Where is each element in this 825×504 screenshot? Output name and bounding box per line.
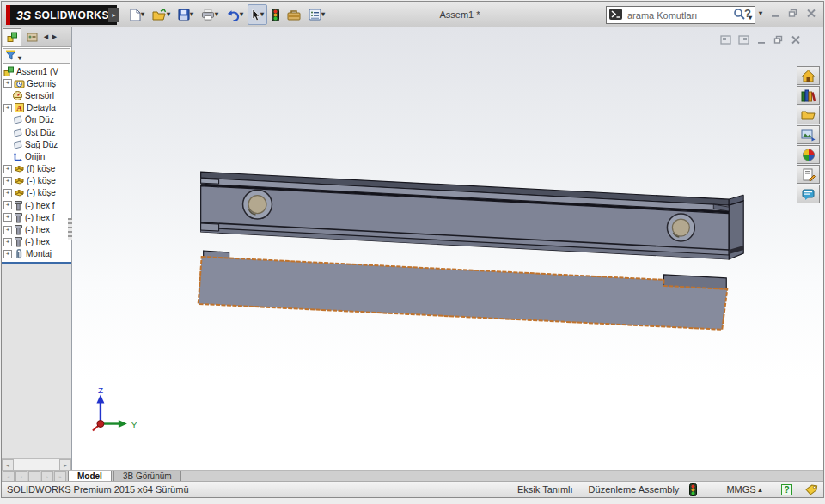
logo-mark: 3S (16, 9, 31, 22)
tree-item-label: (-) hex f (25, 201, 54, 210)
search-input[interactable] (626, 9, 730, 21)
expand-icon[interactable]: + (3, 165, 12, 173)
tree-item-label: Ön Düz (25, 115, 54, 124)
units-caret-icon[interactable]: ▴ (759, 486, 762, 494)
cursor-icon (251, 9, 260, 21)
document-tab-row: « ‹ · › » Model 3B Görünüm (2, 470, 823, 482)
mates-icon (14, 248, 24, 259)
bolt-left[interactable] (243, 190, 272, 219)
dropdown-caret-icon[interactable]: ▾ (260, 11, 264, 18)
featuremanager-tab[interactable] (3, 28, 21, 46)
tree-item-part-hex-3[interactable]: +(-) hex (2, 223, 71, 235)
orientation-triad: Z Y (93, 386, 138, 431)
svg-text:A: A (16, 104, 22, 112)
tree-item-mates[interactable]: +Montaj (2, 248, 71, 260)
minimize-button[interactable] (770, 9, 780, 18)
status-tag-icon[interactable] (804, 483, 818, 495)
custom-properties-button[interactable] (797, 165, 820, 184)
origin-icon (12, 151, 23, 162)
panel-tab-right-icon[interactable]: ▶ (51, 30, 58, 44)
help-dropdown-button[interactable]: ▾ (759, 10, 762, 17)
expand-icon[interactable]: + (3, 79, 12, 88)
tree-item-part-hex-2[interactable]: +(-) hex f (2, 211, 71, 223)
status-help-icon[interactable]: ? (781, 484, 792, 495)
tree-item-part-kose-2[interactable]: +(-) köşe (2, 187, 71, 199)
tree-item-label: Assem1 (V (16, 67, 58, 76)
tree-filter[interactable]: ▾ (3, 48, 70, 64)
traffic-light-icon (272, 9, 279, 21)
dropdown-caret-icon[interactable]: ▾ (141, 11, 144, 18)
expand-icon[interactable]: + (3, 250, 12, 258)
plate-part[interactable] (199, 251, 728, 330)
printer-icon (201, 9, 215, 21)
tree-item-part-kose-fixed[interactable]: +(f) köşe (2, 163, 71, 175)
undo-button[interactable]: ▾ (223, 4, 247, 25)
tree-item-right-plane[interactable]: Sağ Düz (2, 138, 71, 150)
panel-tab-left-icon[interactable]: ◀ (42, 30, 50, 44)
expand-icon[interactable]: + (3, 201, 12, 209)
panel-empty-area (2, 264, 71, 458)
restore-button[interactable] (788, 9, 798, 18)
filter-caret-icon[interactable]: ▾ (18, 48, 21, 64)
graphics-viewport[interactable]: Z Y (72, 27, 823, 470)
expand-icon[interactable]: + (3, 226, 12, 234)
view-palette-button[interactable] (797, 125, 820, 144)
status-units[interactable]: MMGS (726, 484, 755, 495)
tree-item-annotations[interactable]: +ADetayla (2, 102, 71, 114)
tree-item-label: Geçmiş (27, 79, 56, 88)
tree-item-part-kose-1[interactable]: +(-) köşe (2, 175, 71, 187)
dropdown-caret-icon[interactable]: ▾ (240, 11, 243, 18)
appearances-scenes-button[interactable] (797, 145, 820, 164)
solidworks-window: 3S SOLIDWORKS ▸ ▾▾▾▾▾▾▾ Assem1 * ▾ ?▾ ◀▶… (1, 1, 824, 498)
rebuild-button[interactable] (268, 4, 283, 25)
filter-funnel-icon[interactable] (5, 48, 16, 64)
dropdown-caret-icon[interactable]: ▾ (167, 11, 170, 18)
featuremanager-panel: ◀▶ ▾ Assem1 (V+GeçmişSensörl+ADetaylaÖn … (2, 27, 72, 470)
tree-item-origin[interactable]: Orijin (2, 150, 71, 162)
dropdown-caret-icon[interactable]: ▾ (215, 11, 218, 18)
save-button[interactable]: ▾ (174, 4, 197, 25)
expand-icon[interactable]: + (3, 104, 12, 112)
expand-icon[interactable]: + (3, 177, 12, 185)
dropdown-caret-icon[interactable]: ▾ (321, 11, 325, 18)
beam-part[interactable] (201, 172, 744, 259)
close-button[interactable] (806, 9, 816, 18)
file-properties-button[interactable]: ▾ (305, 4, 328, 25)
forum-button[interactable] (797, 185, 820, 203)
solidworks-resources-button[interactable] (797, 66, 820, 85)
search-box[interactable]: ▾ (606, 6, 755, 24)
window-controls: ?▾ (744, 8, 816, 19)
expand-icon[interactable]: + (3, 238, 12, 246)
tree-item-part-hex-4[interactable]: +(-) hex (2, 236, 71, 248)
solidworks-search-icon (609, 8, 622, 23)
print-button[interactable]: ▾ (198, 4, 222, 25)
tree-item-part-hex-1[interactable]: +(-) hex f (2, 199, 71, 211)
tree-item-history[interactable]: +Geçmiş (2, 77, 71, 89)
triad-y-label: Y (131, 420, 138, 429)
tree-item-root[interactable]: Assem1 (V (2, 65, 71, 77)
tree-item-top-plane[interactable]: Üst Düz (2, 126, 71, 138)
new-document-button[interactable]: ▾ (125, 4, 148, 25)
select-button[interactable]: ▾ (248, 4, 267, 25)
tree-item-sensors[interactable]: Sensörl (2, 89, 71, 101)
model-view: Z Y (72, 27, 823, 470)
bolt-right[interactable] (667, 214, 694, 241)
plane-icon (12, 114, 23, 125)
panel-horizontal-scrollbar[interactable]: ◄ ► (2, 458, 71, 470)
toolbox-icon (287, 9, 301, 21)
tree-item-front-plane[interactable]: Ön Düz (2, 114, 71, 126)
design-library-button[interactable] (797, 86, 820, 105)
part-icon (14, 187, 25, 198)
help-button[interactable]: ? (744, 8, 751, 19)
tree-item-label: (-) köşe (27, 188, 56, 197)
dropdown-caret-icon[interactable]: ▾ (190, 11, 193, 18)
menu-expand-button[interactable]: ▸ (108, 8, 119, 22)
tree-item-label: Orijin (25, 152, 45, 161)
file-explorer-button[interactable] (797, 106, 820, 124)
expand-icon[interactable]: + (3, 189, 12, 197)
expand-icon[interactable]: + (3, 213, 12, 222)
magnifier-icon[interactable] (733, 8, 745, 23)
options-button[interactable] (284, 4, 304, 25)
open-document-button[interactable]: ▾ (149, 4, 174, 25)
propertymanager-tab[interactable] (22, 28, 41, 46)
